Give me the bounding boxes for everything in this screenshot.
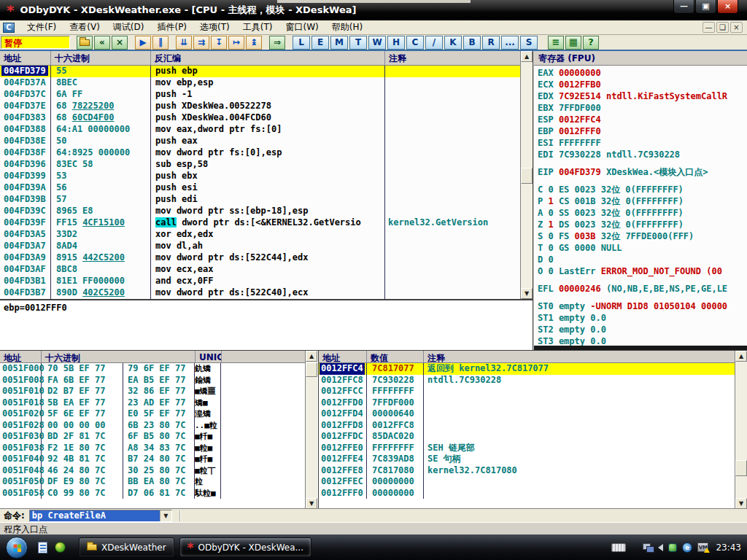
- scroll-down-icon[interactable]: ▼: [735, 498, 747, 509]
- dump-scrollbar[interactable]: ▲ ▼: [305, 351, 317, 509]
- letter-button-S[interactable]: S: [520, 36, 538, 50]
- stack-scrollbar[interactable]: ▲ ▼: [735, 351, 747, 509]
- register-row[interactable]: EDI 7C930228 ntdll.7C930228: [538, 149, 747, 160]
- register-row[interactable]: EIP 004FD379 XDeskWea.<模块入口点>: [538, 166, 747, 178]
- register-row[interactable]: C 0 ES 0023 32位 0(FFFFFFFF): [538, 184, 747, 195]
- volume-tray-icon[interactable]: [658, 544, 663, 551]
- dump-row[interactable]: 0051F038F2 1E 80 7CA8 34 83 7C■粒■: [0, 443, 305, 454]
- register-row[interactable]: D 0: [538, 254, 747, 265]
- disasm-row[interactable]: 004FD38F64:8925 000000mov dword ptr fs:[…: [0, 147, 520, 159]
- register-row[interactable]: T 0 GS 0000 NULL: [538, 242, 747, 254]
- dump-row[interactable]: 0051F04846 24 80 7C30 25 80 7C■粒丅: [0, 465, 305, 477]
- task-button-odbydyk-xdeskwea-[interactable]: *ODbyDYK - XDeskWea...: [179, 537, 311, 557]
- stack-row[interactable]: 0012FFE0FFFFFFFFSEH 链尾部: [319, 443, 735, 454]
- dump-row[interactable]: 0051F02800 00 00 006B 23 80 7C..■粒: [0, 420, 305, 432]
- dump-row[interactable]: 0051F008FA 6B EF 77EA B5 EF 77鍮矯: [0, 375, 305, 386]
- letter-button-T[interactable]: T: [349, 36, 367, 50]
- register-row[interactable]: ESI FFFFFFFF: [538, 137, 747, 149]
- stack-row[interactable]: 0012FFF000000000: [319, 488, 735, 499]
- menu-item-d[interactable]: 调试(D): [107, 20, 151, 35]
- dump-row[interactable]: 0051F010D2 B7 EF 7732 86 EF 77■矯噩: [0, 386, 305, 397]
- dump-row[interactable]: 0051F00070 5B EF 7779 6F EF 77釚矯: [0, 363, 305, 375]
- animate-over-button[interactable]: ↦: [228, 36, 244, 50]
- restart-button[interactable]: «: [94, 36, 110, 50]
- disasm-row[interactable]: 004FD39B57push edi: [0, 194, 520, 206]
- dump-row[interactable]: 0051F050DF E9 80 7CBB EA 80 7C 粒: [0, 476, 305, 488]
- menu-item-v[interactable]: 查看(V): [63, 20, 107, 35]
- disasm-row[interactable]: 004FD39953push ebx: [0, 171, 520, 182]
- disasm-row[interactable]: 004FD37C6A FFpush -1: [0, 89, 520, 101]
- scroll-up-icon[interactable]: ▲: [306, 351, 317, 362]
- register-row[interactable]: Z 1 DS 0023 32位 0(FFFFFFFF): [538, 219, 747, 230]
- task-button-xdeskweather[interactable]: XDeskWeather: [79, 537, 174, 557]
- letter-button-E[interactable]: E: [311, 36, 329, 50]
- scroll-down-icon[interactable]: ▼: [306, 498, 317, 509]
- register-row[interactable]: EBP 0012FFF0: [538, 125, 747, 137]
- disasm-row[interactable]: 004FD37A8BECmov ebp,esp: [0, 77, 520, 89]
- register-row[interactable]: EDX 7C92E514 ntdll.KiFastSystemCallR: [538, 90, 747, 102]
- scroll-thumb[interactable]: [306, 362, 317, 377]
- go-to-button[interactable]: ⇒: [269, 36, 285, 50]
- disasm-row[interactable]: 004FD3A98915 442C5200mov dword ptr ds:[5…: [0, 252, 520, 264]
- menu-item-f[interactable]: 文件(F): [20, 20, 63, 35]
- dump-row[interactable]: 0051F04092 4B 81 7CB7 24 80 7C■粁■: [0, 454, 305, 465]
- register-row[interactable]: EBX 7FFDF000: [538, 102, 747, 114]
- child-restore-button[interactable]: ❏: [716, 22, 729, 33]
- register-row[interactable]: ST0 empty -UNORM D1D8 01050104 00000: [538, 300, 747, 312]
- open-file-button[interactable]: [77, 36, 93, 50]
- disasm-row[interactable]: 004FD37955push ebp: [0, 66, 520, 77]
- stack-row[interactable]: 0012FFD80012FFC8: [319, 420, 735, 432]
- dump-row[interactable]: 0051F0205F 6E EF 77E0 5F EF 77湟矯: [0, 408, 305, 420]
- stack-row[interactable]: 0012FFDC85DAC020: [319, 431, 735, 443]
- dump-row[interactable]: 0051F0185B EA EF 7723 AD EF 77 矯■: [0, 397, 305, 409]
- command-input[interactable]: bp CreateFileA ▼: [29, 510, 172, 522]
- scroll-up-icon[interactable]: ▲: [735, 351, 747, 362]
- letter-button-W[interactable]: W: [368, 36, 386, 50]
- appearance-button[interactable]: ▦: [565, 36, 581, 50]
- vm-warning-tray-icon[interactable]: VM: [697, 542, 708, 552]
- letter-button-K[interactable]: K: [444, 36, 462, 50]
- step-into-button[interactable]: ⇊: [176, 36, 192, 50]
- maximize-button[interactable]: ▣: [695, 0, 716, 14]
- help-button[interactable]: ?: [583, 36, 599, 50]
- letter-button-C[interactable]: C: [406, 36, 424, 50]
- register-row[interactable]: ST2 empty 0.0: [538, 324, 747, 335]
- disasm-row[interactable]: 004FD3A78AD4mov dl,ah: [0, 241, 520, 252]
- disasm-row[interactable]: 004FD3B181E1 FF000000and ecx,0FF: [0, 276, 520, 287]
- stack-row[interactable]: 0012FFEC00000000: [319, 476, 735, 488]
- messenger-tray-icon[interactable]: e: [682, 542, 692, 553]
- dropdown-arrow-icon[interactable]: ▼: [160, 510, 171, 521]
- register-row[interactable]: ECX 0012FFB0: [538, 79, 747, 90]
- letter-button-...[interactable]: ...: [501, 36, 519, 50]
- disasm-row[interactable]: 004FD39C8965 E8mov dword ptr ss:[ebp-18]…: [0, 206, 520, 217]
- letter-button-B[interactable]: B: [463, 36, 481, 50]
- menu-item-t[interactable]: 选项(T): [193, 20, 236, 35]
- letter-button-/[interactable]: /: [425, 36, 443, 50]
- register-row[interactable]: ST1 empty 0.0: [538, 312, 747, 324]
- dump-row[interactable]: 0051F058C0 99 80 7CD7 06 81 7C馱粒■: [0, 488, 305, 499]
- letter-button-L[interactable]: L: [293, 36, 310, 50]
- disasm-row[interactable]: 004FD38368 60CD4F00push XDeskWea.004FCD6…: [0, 112, 520, 124]
- command-value[interactable]: bp CreateFileA: [30, 510, 160, 521]
- child-close-button[interactable]: ×: [730, 22, 743, 33]
- disasm-row[interactable]: 004FD3A533D2xor edx,edx: [0, 229, 520, 241]
- menu-item-t[interactable]: 工具(T): [236, 20, 279, 35]
- stack-row[interactable]: 0012FFE47C839AD8SE 句柄: [319, 454, 735, 465]
- child-minimize-button[interactable]: —: [703, 22, 715, 33]
- register-row[interactable]: ESP 0012FFC4: [538, 114, 747, 125]
- disasm-row[interactable]: 004FD39FFF15 4CF15100call dword ptr ds:[…: [0, 217, 520, 229]
- scroll-up-icon[interactable]: ▲: [521, 51, 533, 62]
- disasm-row[interactable]: 004FD3AF8BC8mov ecx,eax: [0, 264, 520, 276]
- stack-row[interactable]: 0012FFD400000640: [319, 408, 735, 420]
- antivirus-tray-icon[interactable]: [668, 543, 677, 552]
- menu-item-h[interactable]: 帮助(H): [325, 20, 369, 35]
- disasm-row[interactable]: 004FD37E68 78225200push XDeskWea.0052227…: [0, 101, 520, 112]
- register-row[interactable]: EAX 00000000: [538, 67, 747, 79]
- register-row[interactable]: A 0 SS 0023 32位 0(FFFFFFFF): [538, 207, 747, 219]
- close-program-button[interactable]: ×: [112, 36, 128, 50]
- animate-into-button[interactable]: ↧: [211, 36, 227, 50]
- register-row[interactable]: EFL 00000246 (NO,NB,E,BE,NS,PE,GE,LE: [538, 283, 747, 295]
- letter-button-M[interactable]: M: [330, 36, 348, 50]
- pause-button[interactable]: ‖: [152, 36, 169, 50]
- disasm-row[interactable]: 004FD38864:A1 00000000mov eax,dword ptr …: [0, 124, 520, 136]
